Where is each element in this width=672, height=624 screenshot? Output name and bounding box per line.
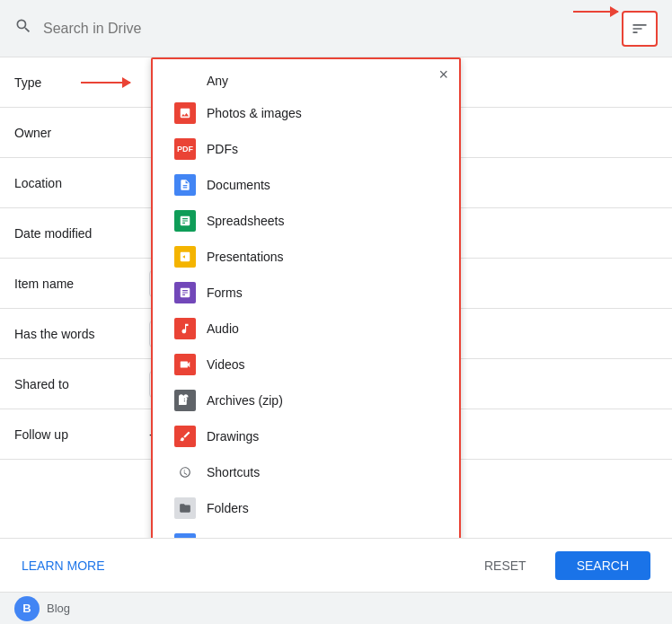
- type-dropdown: × Any Photos & images PDF PDFs: [151, 57, 461, 538]
- footer: LEARN MORE RESET SEARCH: [0, 538, 672, 592]
- forms-icon: [174, 282, 196, 303]
- type-option-archives-label: Archives (zip): [207, 393, 283, 408]
- filter-label-has-words: Has the words: [14, 327, 149, 341]
- type-option-archives[interactable]: Archives (zip): [153, 382, 459, 418]
- folders-icon: [174, 497, 196, 519]
- type-option-folders-label: Folders: [207, 501, 249, 515]
- drawings-icon: [174, 426, 196, 447]
- type-option-pdf[interactable]: PDF PDFs: [153, 131, 459, 167]
- type-option-audio[interactable]: Audio: [153, 311, 459, 347]
- type-option-videos[interactable]: Videos: [153, 347, 459, 382]
- type-option-spreadsheets[interactable]: Spreadsheets: [153, 203, 459, 239]
- type-option-documents-label: Documents: [207, 178, 270, 192]
- type-option-forms-label: Forms: [207, 286, 243, 300]
- search-icon: [14, 17, 32, 40]
- slides-icon: [174, 246, 196, 268]
- footer-actions: RESET SEARCH: [470, 551, 650, 580]
- type-option-shortcuts[interactable]: Shortcuts: [153, 454, 459, 490]
- type-option-photos-label: Photos & images: [207, 106, 302, 120]
- type-option-pdf-label: PDFs: [207, 142, 238, 156]
- type-option-any[interactable]: Any: [153, 66, 459, 95]
- filter-icon-button[interactable]: [622, 11, 658, 47]
- videos-icon: [174, 354, 196, 375]
- type-option-sites[interactable]: Sites: [153, 526, 459, 538]
- type-option-audio-label: Audio: [207, 321, 239, 336]
- filter-panel: Type Owner Anyone Me Not me: [0, 57, 672, 538]
- reset-button[interactable]: RESET: [470, 551, 541, 580]
- bottom-bar-label: Blog: [47, 602, 70, 615]
- audio-icon: [174, 318, 196, 339]
- type-option-forms[interactable]: Forms: [153, 275, 459, 311]
- search-input[interactable]: [43, 21, 622, 37]
- type-option-documents[interactable]: Documents: [153, 167, 459, 203]
- type-option-folders[interactable]: Folders: [153, 490, 459, 526]
- filter-label-date-modified: Date modified: [14, 226, 149, 241]
- type-option-spreadsheets-label: Spreadsheets: [207, 214, 284, 228]
- shortcuts-icon: [174, 461, 196, 483]
- type-option-videos-label: Videos: [207, 357, 245, 372]
- filter-rows: Type Owner Anyone Me Not me: [0, 57, 672, 538]
- pdf-icon: PDF: [174, 138, 196, 160]
- learn-more-link[interactable]: LEARN MORE: [22, 558, 105, 573]
- sheets-icon: [174, 210, 196, 232]
- type-option-presentations[interactable]: Presentations: [153, 239, 459, 275]
- user-avatar: B: [14, 596, 40, 621]
- filter-label-location: Location: [14, 176, 149, 190]
- search-button[interactable]: SEARCH: [555, 551, 650, 580]
- search-bar: [0, 0, 672, 57]
- bottom-bar: B Blog: [0, 592, 672, 624]
- type-option-drawings[interactable]: Drawings: [153, 418, 459, 454]
- dropdown-close-button[interactable]: ×: [438, 66, 448, 83]
- type-option-photos[interactable]: Photos & images: [153, 95, 459, 131]
- sites-icon: [174, 533, 196, 538]
- filter-label-follow-up: Follow up: [14, 427, 149, 442]
- filter-label-item-name: Item name: [14, 277, 149, 291]
- type-option-shortcuts-label: Shortcuts: [207, 465, 260, 479]
- docs-icon: [174, 174, 196, 196]
- type-option-presentations-label: Presentations: [207, 250, 284, 264]
- arrow-indicator: [573, 11, 618, 13]
- photos-icon: [174, 102, 196, 124]
- archives-icon: [174, 390, 196, 411]
- filter-label-shared-to: Shared to: [14, 377, 149, 391]
- main-container: Type Owner Anyone Me Not me: [0, 0, 672, 624]
- type-option-sites-label: Sites: [207, 537, 234, 538]
- type-option-drawings-label: Drawings: [207, 429, 259, 444]
- filter-label-owner: Owner: [14, 126, 149, 140]
